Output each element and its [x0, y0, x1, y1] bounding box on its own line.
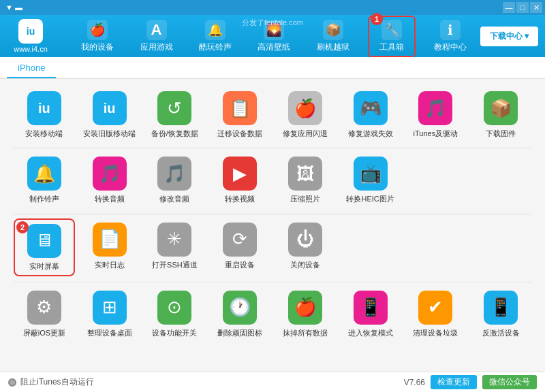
main-content: iu 安装移动端 iu 安装旧版移动端 ↺ 备份/恢复数据 📋 迁移设备数据 🍎: [0, 79, 545, 372]
itunes-status-text: 阻止iTunes自动运行: [20, 376, 94, 388]
nav-item-tutorial[interactable]: ℹ 教程中心: [426, 17, 474, 56]
minimize-button[interactable]: —: [503, 2, 515, 13]
tool-make-ringtone[interactable]: 🔔 制作铃声: [14, 152, 75, 208]
restart-device-icon: ⟳: [223, 223, 257, 257]
nav-item-ringtone[interactable]: 🔔 酷玩铃声: [191, 17, 239, 56]
tools-row4: ⚙ 屏蔽iOS更新 ⊞ 整理设备桌面 ⊙ 设备功能开关 🕐 删除顽固图标 🍎: [14, 287, 531, 342]
nav-label-apps: 应用游戏: [140, 42, 173, 53]
open-ssh-icon: ✳: [157, 223, 191, 257]
realtime-log-icon: 📄: [93, 223, 127, 257]
tool-clean-junk[interactable]: ✔ 清理设备垃圾: [405, 287, 467, 342]
tool-itunes-driver[interactable]: 🎵 iTunes及驱动: [405, 87, 467, 142]
tool-label-realtime-log: 实时日志: [95, 260, 125, 270]
tool-convert-audio[interactable]: 🎵 转换音频: [79, 152, 140, 208]
tool-label-backup-restore: 备份/恢复数据: [151, 129, 198, 138]
itunes-status-circle: [8, 378, 16, 387]
make-ringtone-icon: 🔔: [27, 157, 61, 191]
tool-label-delete-icons: 删除顽固图标: [217, 328, 262, 338]
tool-label-erase-data: 抹掉所有数据: [283, 328, 328, 338]
tool-fix-app-crash[interactable]: 🍎 修复应用闪退: [275, 87, 336, 142]
tool-recovery-mode[interactable]: 📱 进入恢复模式: [340, 287, 401, 342]
tool-label-convert-video: 转换视频: [225, 194, 255, 203]
status-left: 阻止iTunes自动运行: [8, 376, 94, 388]
tool-convert-video[interactable]: ▶ 转换视频: [209, 152, 270, 208]
tool-label-install-mobile: 安装移动端: [25, 129, 63, 138]
install-old-icon: iu: [93, 91, 127, 125]
close-button[interactable]: ✕: [530, 2, 542, 13]
iphone-tab[interactable]: iPhone: [7, 60, 56, 78]
nav-item-my-device[interactable]: 🍎 我的设备: [74, 17, 121, 56]
tool-label-itunes-driver: iTunes及驱动: [414, 129, 458, 138]
shutdown-device-icon: ⏻: [288, 223, 322, 257]
nav-item-toolbox[interactable]: 🔧 工具箱 1: [368, 16, 416, 57]
check-update-button[interactable]: 检查更新: [431, 375, 477, 389]
tool-label-open-ssh: 打开SSH通道: [152, 260, 198, 270]
logo-icon: iu: [18, 19, 43, 44]
convert-video-icon: ▶: [223, 157, 257, 191]
tool-label-install-old: 安装旧版移动端: [83, 129, 136, 138]
tool-install-mobile[interactable]: iu 安装移动端: [14, 87, 75, 142]
tool-backup-restore[interactable]: ↺ 备份/恢复数据: [144, 87, 206, 142]
nav-label-ringtone: 酷玩铃声: [199, 42, 232, 53]
status-bar: 阻止iTunes自动运行 V7.66 检查更新 微信公众号: [0, 372, 545, 392]
nav-label-toolbox: 工具箱: [379, 42, 404, 53]
nav-item-apps[interactable]: A 应用游戏: [133, 17, 181, 56]
version-label: V7.66: [404, 378, 425, 387]
tools-row2: 🔔 制作铃声 🎵 转换音频 🎵 修改音频 ▶ 转换视频 🖼: [14, 152, 531, 208]
download-firmware-icon: 📦: [484, 91, 518, 125]
tool-realtime-screen[interactable]: 2 🖥 实时屏幕: [14, 218, 75, 276]
nav-label-tutorial: 教程中心: [434, 42, 467, 53]
tool-install-old[interactable]: iu 安装旧版移动端: [79, 87, 140, 142]
tool-delete-icons[interactable]: 🕐 删除顽固图标: [209, 287, 270, 342]
tool-label-modify-audio: 修改音频: [159, 194, 189, 203]
fix-app-crash-icon: 🍎: [288, 91, 322, 125]
logo-url: www.i4.cn: [14, 45, 48, 53]
tools-row3: 2 🖥 实时屏幕 📄 实时日志 ✳ 打开SSH通道 ⟳ 重启设备: [14, 218, 531, 276]
wifi-icon: ▼ ▬: [5, 3, 22, 12]
tool-convert-heic[interactable]: 📺 转换HEIC图片: [340, 152, 401, 208]
tool-open-ssh[interactable]: ✳ 打开SSH通道: [144, 218, 206, 276]
tool-fix-game[interactable]: 🎮 修复游戏失效: [340, 87, 401, 142]
erase-data-icon: 🍎: [288, 291, 322, 325]
nav-item-jailbreak[interactable]: 📦 刷机越狱: [309, 17, 357, 56]
realtime-screen-badge: 2: [16, 221, 29, 233]
wallpaper-icon: 🌄: [264, 20, 284, 40]
tool-compress-photo[interactable]: 🖼 压缩照片: [275, 152, 336, 208]
tool-hide-ios-update[interactable]: ⚙ 屏蔽iOS更新: [14, 287, 75, 342]
tool-label-hide-ios-update: 屏蔽iOS更新: [23, 328, 65, 338]
tool-realtime-log[interactable]: 📄 实时日志: [79, 218, 140, 276]
itunes-driver-icon: 🎵: [418, 91, 452, 125]
tool-modify-audio[interactable]: 🎵 修改音频: [144, 152, 206, 208]
tool-device-feature-switch[interactable]: ⊙ 设备功能开关: [144, 287, 206, 342]
tool-label-restart-device: 重启设备: [225, 260, 255, 270]
nav-label-my-device: 我的设备: [81, 42, 114, 53]
tool-migrate-data[interactable]: 📋 迁移设备数据: [209, 87, 270, 142]
tool-organize-desktop[interactable]: ⊞ 整理设备桌面: [79, 287, 140, 342]
tool-label-fix-game: 修复游戏失效: [348, 129, 393, 138]
tool-shutdown-device[interactable]: ⏻ 关闭设备: [275, 218, 336, 276]
tool-label-fix-app-crash: 修复应用闪退: [283, 129, 328, 138]
tool-label-compress-photo: 压缩照片: [290, 194, 320, 203]
ringtone-icon: 🔔: [205, 20, 225, 40]
wechat-button[interactable]: 微信公众号: [482, 375, 537, 389]
tool-restart-device[interactable]: ⟳ 重启设备: [209, 218, 270, 276]
logo: iu www.i4.cn: [7, 19, 54, 53]
tool-download-firmware[interactable]: 📦 下载固件: [470, 87, 531, 142]
toolbox-badge: 1: [371, 13, 383, 25]
device-feature-switch-icon: ⊙: [157, 291, 191, 325]
tool-label-clean-junk: 清理设备垃圾: [413, 328, 458, 338]
tool-erase-data[interactable]: 🍎 抹掉所有数据: [275, 287, 336, 342]
nav-item-wallpaper[interactable]: 🌄 高清壁纸: [250, 17, 298, 56]
tool-deactivate-device[interactable]: 📱 反激活设备: [470, 287, 531, 342]
tool-label-organize-desktop: 整理设备桌面: [87, 328, 132, 338]
modify-audio-icon: 🎵: [157, 157, 191, 191]
compress-photo-icon: 🖼: [288, 157, 322, 191]
delete-icons-icon: 🕐: [223, 291, 257, 325]
download-center-button[interactable]: 下载中心 ▾: [480, 27, 538, 46]
nav-label-wallpaper: 高清壁纸: [258, 42, 290, 53]
top-nav: 分发了fenfale.com iu www.i4.cn 🍎 我的设备 A 应用游…: [0, 15, 545, 57]
tool-label-convert-audio: 转换音频: [95, 194, 125, 203]
tool-label-deactivate-device: 反激活设备: [482, 328, 520, 338]
maximize-button[interactable]: □: [516, 2, 529, 13]
divider2: [14, 214, 531, 214]
